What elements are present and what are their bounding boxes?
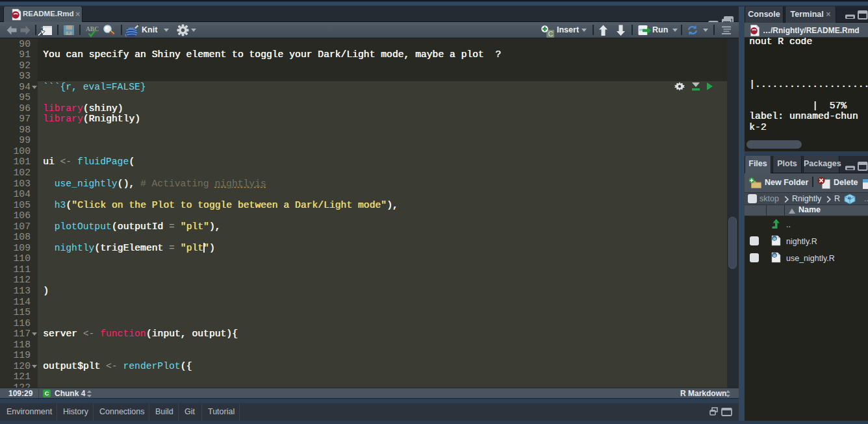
svg-text:ABC: ABC	[86, 26, 99, 32]
svg-text:C: C	[548, 30, 554, 38]
svg-text:R: R	[773, 237, 776, 241]
svg-text:R: R	[773, 254, 776, 258]
